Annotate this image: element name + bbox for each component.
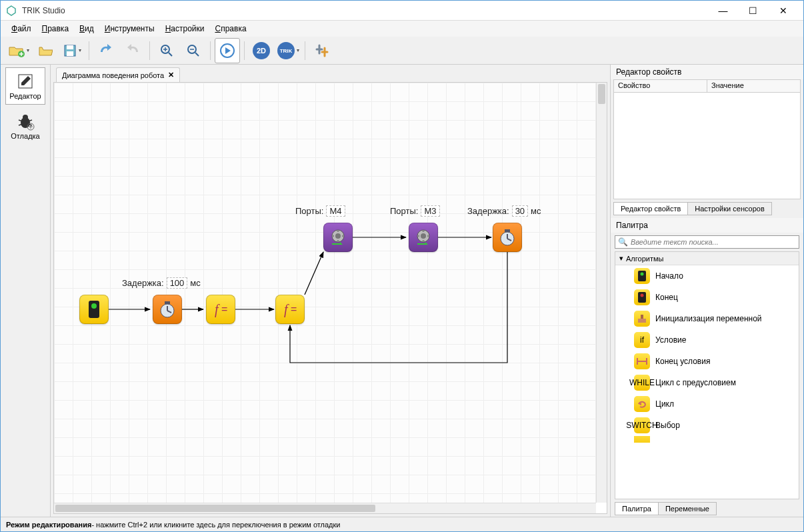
tab-variables[interactable]: Переменные [658, 502, 717, 515]
palette-item-var-init[interactable]: Инициализация переменной [615, 308, 799, 329]
trik-button[interactable]: TRIK▾ [275, 38, 301, 63]
palette-item-loop[interactable]: Цикл [615, 393, 799, 415]
editor-tabs: Диаграмма поведения робота ✕ [51, 65, 610, 82]
function1-node[interactable]: f= [206, 295, 235, 324]
props-panel-title: Редактор свойств [611, 65, 803, 79]
mode-debug[interactable]: Отладка [5, 107, 45, 145]
props-table-body [613, 93, 801, 199]
zoom-in-button[interactable] [154, 38, 179, 63]
motor-m3-node[interactable] [409, 223, 438, 252]
palette-item-start[interactable]: Начало [615, 265, 799, 287]
status-mode: Режим редактирования [6, 521, 91, 529]
motor-m4-node[interactable] [323, 223, 353, 252]
undo-button[interactable] [93, 38, 119, 63]
start-node[interactable] [79, 295, 109, 324]
diagram-tab[interactable]: Диаграмма поведения робота ✕ [56, 67, 180, 82]
svg-line-6 [169, 53, 172, 56]
palette-item-end[interactable]: Конец [615, 287, 799, 308]
right-dock: Редактор свойств Свойство Значение Редак… [610, 65, 803, 517]
close-button[interactable]: ✕ [768, 1, 798, 20]
svg-text:f: f [284, 302, 289, 317]
timer2-node[interactable] [493, 223, 522, 252]
open-button[interactable] [33, 38, 58, 63]
svg-rect-30 [89, 301, 99, 318]
new-button[interactable]: ▾ [6, 38, 31, 63]
center-panel: Диаграмма поведения робота ✕ [51, 65, 610, 517]
mode-editor[interactable]: Редактор [5, 67, 45, 105]
menu-file[interactable]: Файл [7, 23, 35, 35]
svg-text:2D: 2D [257, 47, 266, 55]
minimize-button[interactable]: — [708, 1, 738, 20]
status-hint: - нажмите Ctrl+2 или кликните здесь для … [91, 521, 340, 529]
menu-edit[interactable]: Правка [38, 23, 73, 35]
pencil-icon [16, 72, 35, 91]
props-bottom-tabs: Редактор свойств Настройки сенсоров [611, 202, 803, 215]
svg-rect-4 [67, 51, 73, 56]
svg-text:=: = [291, 303, 297, 315]
maximize-button[interactable]: ☐ [738, 1, 768, 20]
palette-item-condition[interactable]: ifУсловие [615, 329, 799, 351]
props-col-property: Свойство [614, 80, 707, 92]
svg-text:f: f [215, 302, 220, 317]
statusbar[interactable]: Режим редактирования - нажмите Ctrl+2 ил… [1, 517, 803, 531]
save-button[interactable]: ▾ [59, 38, 85, 63]
tab-close-icon[interactable]: ✕ [168, 71, 174, 79]
svg-line-27 [305, 252, 323, 295]
palette-item-switch[interactable]: SWITCHВыбор [615, 415, 799, 436]
redo-button[interactable] [120, 38, 145, 63]
svg-rect-48 [638, 271, 646, 281]
zoom-out-button[interactable] [181, 38, 206, 63]
svg-rect-50 [638, 292, 646, 303]
props-col-value: Значение [707, 80, 800, 92]
2d-button[interactable]: 2D [249, 38, 274, 63]
svg-text:=: = [221, 303, 227, 315]
app-icon [6, 5, 17, 16]
timer1-label: Задержка: 100 мс [122, 277, 201, 289]
palette-tree: ▾Алгоритмы Начало Конец Инициализация пе… [615, 251, 799, 499]
palette-title: Палитра [611, 218, 803, 233]
settings-button[interactable] [309, 38, 335, 63]
svg-rect-45 [505, 229, 510, 232]
palette-category-algorithms[interactable]: ▾Алгоритмы [615, 252, 799, 265]
run-button[interactable] [215, 38, 240, 63]
svg-rect-3 [67, 45, 73, 49]
svg-line-8 [195, 53, 199, 56]
connections-layer [54, 83, 596, 503]
palette-search-input[interactable] [631, 238, 796, 246]
svg-text:TRIK: TRIK [280, 48, 293, 54]
horizontal-scrollbar[interactable] [54, 503, 596, 513]
canvas-wrap: Задержка: 100 мс f= f= Порты: M4 [53, 82, 607, 514]
window-title: TRIK Studio [22, 6, 708, 15]
motor-m3-label: Порты: M3 [390, 205, 440, 217]
timer2-label: Задержка: 30 мс [467, 205, 541, 217]
menu-tools[interactable]: Инструменты [101, 23, 159, 35]
svg-point-41 [335, 233, 341, 239]
diagram-canvas[interactable]: Задержка: 100 мс f= f= Порты: M4 [54, 83, 596, 503]
toolbar: ▾ ▾ 2D TRIK▾ [1, 37, 803, 65]
tab-props-editor[interactable]: Редактор свойств [613, 202, 688, 215]
bug-icon [16, 112, 35, 131]
titlebar: TRIK Studio — ☐ ✕ [1, 1, 803, 21]
palette-search[interactable]: 🔍 [615, 235, 799, 249]
timer1-node[interactable] [153, 295, 182, 324]
menu-view[interactable]: Вид [75, 23, 98, 35]
palette-item-more[interactable] [615, 436, 799, 443]
tab-sensor-settings[interactable]: Настройки сенсоров [687, 202, 772, 215]
palette-bottom-tabs: Палитра Переменные [612, 502, 802, 515]
svg-point-49 [641, 273, 644, 276]
svg-point-51 [641, 294, 644, 297]
menu-settings[interactable]: Настройки [161, 23, 209, 35]
main-area: Редактор Отладка Диаграмма поведения роб… [1, 65, 803, 517]
svg-marker-0 [7, 6, 15, 15]
palette-item-endif[interactable]: Конец условия [615, 351, 799, 372]
tab-palette[interactable]: Палитра [615, 502, 659, 515]
palette-item-while[interactable]: WHILEЦикл с предусловием [615, 372, 799, 393]
left-dock: Редактор Отладка [1, 65, 51, 517]
collapse-icon: ▾ [619, 254, 623, 263]
menu-help[interactable]: Справка [211, 23, 250, 35]
vertical-scrollbar[interactable] [596, 83, 607, 503]
menubar: Файл Правка Вид Инструменты Настройки Сп… [1, 21, 803, 37]
function2-node[interactable]: f= [275, 295, 305, 324]
svg-rect-52 [638, 319, 646, 323]
palette-panel: Палитра 🔍 ▾Алгоритмы Начало Конец Инициа… [611, 218, 803, 517]
